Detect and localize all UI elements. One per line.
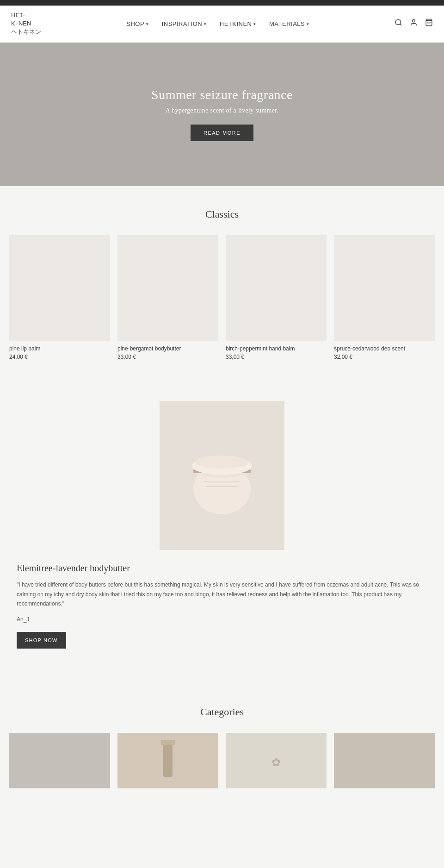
main-nav: SHOP ▾ INSPIRATION ▾ HETKINEN ▾ MATERIAL… [126,20,309,27]
product-price-1: 33,00 € [117,354,218,360]
svg-text:✿: ✿ [271,756,281,768]
categories-section: Categories ✿ [0,684,444,798]
svg-point-0 [395,19,401,25]
nav-item-materials[interactable]: MATERIALS ▾ [269,20,309,27]
feature-text-wrap: Elemitree-lavender bodybutter "I have tr… [9,563,435,648]
search-icon[interactable] [395,19,402,29]
hero-title: Summer seizure fragrance [151,87,293,102]
chevron-down-icon: ▾ [253,22,256,26]
product-image-3 [334,235,435,341]
feature-section: Elemitree-lavender bodybutter "I have tr… [0,377,444,683]
category-card-0[interactable] [9,733,110,788]
feature-image-wrap [9,401,435,550]
header-icons [395,19,433,29]
categories-title: Categories [9,706,435,718]
feature-product-image [160,401,284,550]
announcement-bar [0,0,444,6]
product-name-1: pine-bergamot bodybutter [117,345,218,352]
svg-point-9 [195,456,249,468]
category-card-1[interactable] [117,733,218,788]
chevron-down-icon: ▾ [146,22,149,26]
hero-subtitle: A hypergenuine scent of a lively summer. [166,107,279,114]
shop-now-button[interactable]: SHOP NOW [17,632,66,649]
product-price-2: 33,00 € [226,354,327,360]
categories-grid: ✿ [9,733,435,788]
category-card-2[interactable]: ✿ [226,733,327,788]
svg-rect-13 [163,742,173,777]
nav-item-inspiration[interactable]: INSPIRATION ▾ [162,20,207,27]
chevron-down-icon: ▾ [307,22,309,26]
product-image-0 [9,235,110,341]
site-header: HET· KI·NEN ヘトキネン SHOP ▾ INSPIRATION ▾ H… [0,6,444,43]
feature-reviewer: An_J [17,616,427,623]
product-name-0: pine lip balm [9,345,110,352]
product-card-2[interactable]: birch-peppermint hand balm 33,00 € [226,235,327,361]
products-grid: pine lip balm 24,00 € pine-bergamot body… [9,235,435,361]
chevron-down-icon: ▾ [204,22,207,26]
product-image-2 [226,235,327,341]
category-image-2: ✿ [226,733,327,788]
category-image-0 [9,733,110,788]
product-price-0: 24,00 € [9,354,110,360]
product-image-1 [117,235,218,341]
svg-rect-14 [161,740,175,745]
svg-point-2 [413,19,415,22]
svg-line-1 [400,24,401,25]
category-card-3[interactable] [334,733,435,788]
product-card-3[interactable]: spruce-cedarwood deo scent 32,00 € [334,235,435,361]
feature-review-text: "I have tried different of body butters … [17,580,427,608]
user-icon[interactable] [410,19,418,29]
product-name-2: birch-peppermint hand balm [226,345,327,352]
site-logo[interactable]: HET· KI·NEN ヘトキネン [11,11,41,37]
category-image-3 [334,733,435,788]
category-image-1 [117,733,218,788]
nav-item-hetkinen[interactable]: HETKINEN ▾ [220,20,256,27]
classics-title: Classics [9,208,435,220]
product-card-0[interactable]: pine lip balm 24,00 € [9,235,110,361]
nav-item-shop[interactable]: SHOP ▾ [126,20,148,27]
product-price-3: 32,00 € [334,354,435,360]
hero-section: Summer seizure fragrance A hypergenuine … [0,43,444,186]
classics-section: Classics pine lip balm 24,00 € pine-berg… [0,186,444,377]
feature-product-name: Elemitree-lavender bodybutter [17,563,427,574]
read-more-button[interactable]: READ MORE [191,125,253,141]
cart-icon[interactable] [425,19,433,29]
product-card-1[interactable]: pine-bergamot bodybutter 33,00 € [117,235,218,361]
product-name-3: spruce-cedarwood deo scent [334,345,435,352]
